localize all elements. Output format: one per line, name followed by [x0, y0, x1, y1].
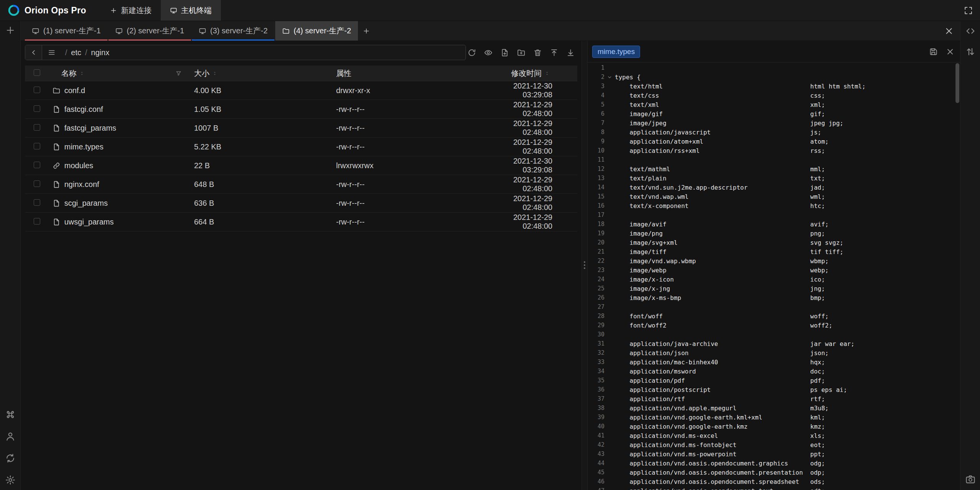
code-line-2[interactable]: 2types {	[588, 72, 960, 82]
code-line-42[interactable]: 42 application/vnd.ms-fontobject eot;	[588, 440, 960, 449]
code-line-17[interactable]: 17	[588, 210, 960, 220]
file-row-scgi_params[interactable]: scgi_params636 B-rw-r--r--2021-12-29 02:…	[25, 194, 577, 213]
code-line-7[interactable]: 7 image/jpeg jpeg jpg;	[588, 118, 960, 128]
code-line-41[interactable]: 41 application/vnd.ms-excel xls;	[588, 431, 960, 440]
sort-size-icon[interactable]	[212, 70, 217, 77]
breadcrumb-segment-etc[interactable]: etc	[71, 48, 82, 57]
camera-button[interactable]	[965, 474, 976, 485]
header-size-label[interactable]: 大小	[194, 68, 209, 79]
user-button[interactable]	[5, 431, 16, 442]
open-file-tag[interactable]: mime.types	[592, 46, 640, 58]
fold-toggle-icon[interactable]	[607, 74, 612, 80]
close-editor-icon[interactable]	[946, 47, 955, 56]
download-button[interactable]	[566, 48, 575, 57]
file-row-nginx.conf[interactable]: nginx.conf648 B-rw-r--r--2021-12-29 02:4…	[25, 175, 577, 194]
editor-scrollbar[interactable]	[956, 63, 959, 103]
trash-button[interactable]	[533, 48, 542, 57]
file-name[interactable]: modules	[64, 161, 93, 170]
file-row-conf.d[interactable]: conf.d4.00 KBdrwxr-xr-x2021-12-30 03:29:…	[25, 81, 577, 100]
code-line-11[interactable]: 11	[588, 155, 960, 164]
file-row-mime.types[interactable]: mime.types5.22 KB-rw-r--r--2021-12-29 02…	[25, 138, 577, 156]
code-line-33[interactable]: 33 application/mac-binhex40 hqx;	[588, 357, 960, 367]
select-all-checkbox[interactable]	[34, 69, 40, 76]
code-line-16[interactable]: 16 text/x-component htc;	[588, 201, 960, 210]
session-tab-1[interactable]: (1) server-生产-1	[25, 21, 108, 41]
code-line-3[interactable]: 3 text/html html htm shtml;	[588, 82, 960, 91]
eye-button[interactable]	[484, 48, 493, 57]
code-line-28[interactable]: 28 font/woff woff;	[588, 311, 960, 321]
code-line-20[interactable]: 20 image/svg+xml svg svgz;	[588, 238, 960, 247]
file-name[interactable]: uwsgi_params	[64, 218, 114, 226]
code-line-47[interactable]: 47 application/vnd.oasis.opendocument.te…	[588, 486, 960, 490]
row-checkbox[interactable]	[34, 180, 40, 187]
code-button[interactable]	[965, 26, 976, 36]
code-line-5[interactable]: 5 text/xml xml;	[588, 100, 960, 109]
code-line-1[interactable]: 1	[588, 63, 960, 72]
code-line-10[interactable]: 10 application/rss+xml rss;	[588, 146, 960, 155]
session-tab-4[interactable]: (4) server-生产-2	[275, 21, 358, 41]
code-line-4[interactable]: 4 text/css css;	[588, 91, 960, 100]
add-tab-button[interactable]	[358, 21, 375, 41]
gear-button[interactable]	[5, 475, 16, 485]
sync-button[interactable]	[5, 453, 16, 464]
row-checkbox[interactable]	[34, 218, 40, 225]
save-icon[interactable]	[929, 47, 938, 56]
row-checkbox[interactable]	[34, 124, 40, 131]
code-line-18[interactable]: 18 image/avif avif;	[588, 220, 960, 229]
code-line-13[interactable]: 13 text/plain txt;	[588, 174, 960, 183]
code-line-15[interactable]: 15 text/vnd.wap.wml wml;	[588, 192, 960, 201]
code-line-34[interactable]: 34 application/msword doc;	[588, 367, 960, 376]
file-name[interactable]: fastcgi_params	[64, 124, 116, 133]
host-terminal-nav[interactable]: 主机终端	[161, 0, 221, 21]
file-name[interactable]: scgi_params	[64, 199, 108, 208]
file-row-fastcgi.conf[interactable]: fastcgi.conf1.05 KB-rw-r--r--2021-12-29 …	[25, 100, 577, 119]
fullscreen-icon[interactable]	[964, 6, 973, 15]
list-view-icon[interactable]	[47, 48, 56, 57]
breadcrumb-segment-nginx[interactable]: nginx	[91, 48, 109, 57]
back-button[interactable]	[25, 45, 42, 60]
code-line-21[interactable]: 21 image/tiff tif tiff;	[588, 247, 960, 256]
code-line-12[interactable]: 12 text/mathml mml;	[588, 164, 960, 174]
plus-button[interactable]	[5, 25, 16, 36]
code-line-43[interactable]: 43 application/vnd.ms-powerpoint ppt;	[588, 449, 960, 459]
code-line-36[interactable]: 36 application/postscript ps eps ai;	[588, 385, 960, 394]
code-line-37[interactable]: 37 application/rtf rtf;	[588, 394, 960, 403]
row-checkbox[interactable]	[34, 143, 40, 149]
code-line-44[interactable]: 44 application/vnd.oasis.opendocument.gr…	[588, 459, 960, 468]
file-row-uwsgi_params[interactable]: uwsgi_params664 B-rw-r--r--2021-12-29 02…	[25, 213, 577, 231]
code-line-27[interactable]: 27	[588, 302, 960, 311]
code-line-39[interactable]: 39 application/vnd.google-earth.kml+xml …	[588, 413, 960, 422]
row-checkbox[interactable]	[34, 105, 40, 112]
session-tab-2[interactable]: (2) server-生产-1	[108, 21, 191, 41]
filter-icon[interactable]	[175, 70, 182, 77]
code-line-38[interactable]: 38 application/vnd.apple.mpegurl m3u8;	[588, 403, 960, 413]
file-row-fastcgi_params[interactable]: fastcgi_params1007 B-rw-r--r--2021-12-29…	[25, 119, 577, 138]
code-line-8[interactable]: 8 application/javascript js;	[588, 128, 960, 137]
code-line-22[interactable]: 22 image/vnd.wap.wbmp wbmp;	[588, 256, 960, 265]
code-line-29[interactable]: 29 font/woff2 woff2;	[588, 321, 960, 330]
code-line-9[interactable]: 9 application/atom+xml atom;	[588, 137, 960, 146]
code-line-31[interactable]: 31 application/java-archive jar war ear;	[588, 339, 960, 348]
code-line-14[interactable]: 14 text/vnd.sun.j2me.app-descriptor jad;	[588, 183, 960, 192]
code-line-19[interactable]: 19 image/png png;	[588, 229, 960, 238]
file-name[interactable]: conf.d	[64, 86, 85, 95]
command-button[interactable]	[5, 409, 16, 420]
row-checkbox[interactable]	[34, 87, 40, 93]
code-line-46[interactable]: 46 application/vnd.oasis.opendocument.sp…	[588, 477, 960, 486]
code-line-25[interactable]: 25 image/x-jng jng;	[588, 284, 960, 293]
code-line-35[interactable]: 35 application/pdf pdf;	[588, 376, 960, 385]
upload-button[interactable]	[550, 48, 559, 57]
new-connection-button[interactable]: 新建连接	[101, 0, 161, 21]
code-line-6[interactable]: 6 image/gif gif;	[588, 109, 960, 118]
code-line-24[interactable]: 24 image/x-icon ico;	[588, 275, 960, 284]
file-plus-button[interactable]	[500, 48, 509, 57]
file-name[interactable]: fastcgi.conf	[64, 105, 103, 114]
session-tab-3[interactable]: (3) server-生产-2	[192, 21, 274, 41]
code-line-40[interactable]: 40 application/vnd.google-earth.kmz kmz;	[588, 422, 960, 431]
header-mtime-label[interactable]: 修改时间	[511, 68, 542, 79]
code-line-26[interactable]: 26 image/x-ms-bmp bmp;	[588, 293, 960, 302]
row-checkbox[interactable]	[34, 199, 40, 206]
code-line-45[interactable]: 45 application/vnd.oasis.opendocument.pr…	[588, 468, 960, 477]
header-name-label[interactable]: 名称	[61, 68, 77, 79]
file-name[interactable]: mime.types	[64, 143, 103, 151]
